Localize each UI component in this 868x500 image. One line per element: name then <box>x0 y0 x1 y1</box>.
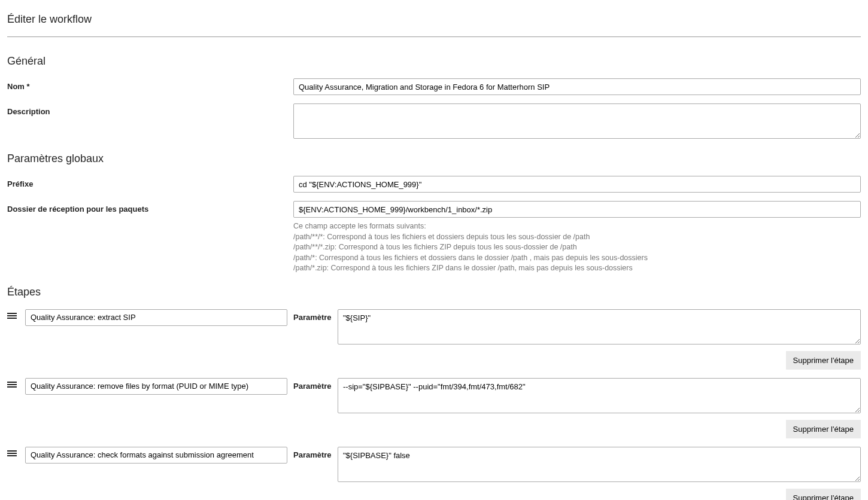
description-textarea[interactable] <box>293 103 861 139</box>
help-line: /path/**/*.zip: Correspond à tous les fi… <box>293 242 861 253</box>
delete-step-button[interactable]: Supprimer l'étape <box>786 420 861 438</box>
step-name-input[interactable] <box>25 447 287 464</box>
inbox-label: Dossier de réception pour les paquets <box>7 201 293 214</box>
inbox-help: Ce champ accepte les formats suivants: /… <box>293 221 861 274</box>
prefix-label: Préfixe <box>7 176 293 188</box>
param-label: Paramètre <box>293 447 338 459</box>
drag-handle-icon[interactable] <box>7 382 17 389</box>
drag-handle-icon[interactable] <box>7 450 17 458</box>
name-input[interactable] <box>293 78 861 95</box>
section-globals-title: Paramètres globaux <box>7 153 861 165</box>
prefix-input[interactable] <box>293 176 861 193</box>
step-name-input[interactable] <box>25 309 287 326</box>
step-param-textarea[interactable]: "${SIPBASE}" false <box>338 447 861 482</box>
name-label: Nom * <box>7 78 293 91</box>
step-param-textarea[interactable]: "${SIP}" <box>338 309 861 344</box>
step-row: Paramètre "${SIPBASE}" false <box>7 447 861 484</box>
description-label: Description <box>7 103 293 116</box>
section-steps-title: Étapes <box>7 286 861 298</box>
help-line: /path/*.zip: Correspond à tous les fichi… <box>293 263 861 274</box>
step-param-textarea[interactable]: --sip="${SIPBASE}" --puid="fmt/394,fmt/4… <box>338 378 861 413</box>
delete-step-button[interactable]: Supprimer l'étape <box>786 489 861 501</box>
page-title: Éditer le workflow <box>7 13 861 26</box>
param-label: Paramètre <box>293 378 338 391</box>
help-intro: Ce champ accepte les formats suivants: <box>293 221 861 232</box>
title-separator <box>7 36 861 37</box>
inbox-input[interactable] <box>293 201 861 218</box>
step-name-input[interactable] <box>25 378 287 395</box>
step-row: Paramètre --sip="${SIPBASE}" --puid="fmt… <box>7 378 861 415</box>
step-row: Paramètre "${SIP}" <box>7 309 861 346</box>
param-label: Paramètre <box>293 309 338 322</box>
delete-step-button[interactable]: Supprimer l'étape <box>786 351 861 370</box>
help-line: /path/*: Correspond à tous les fichiers … <box>293 253 861 264</box>
drag-handle-icon[interactable] <box>7 313 17 320</box>
help-line: /path/**/*: Correspond à tous les fichie… <box>293 232 861 243</box>
section-general-title: Général <box>7 55 861 68</box>
